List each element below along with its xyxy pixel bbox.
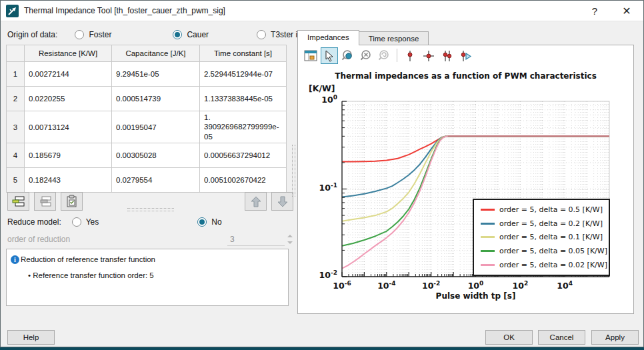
impedance-chart: Thermal impedances as a function of PWM … xyxy=(298,65,633,313)
cell-capacitance[interactable]: 0.00305028 xyxy=(112,143,200,168)
crosshair-cursor-button[interactable] xyxy=(420,47,437,64)
info-icon: i xyxy=(11,255,19,264)
cancel-button[interactable]: Cancel xyxy=(538,330,585,345)
cell-time-constant[interactable]: 2.52944512944e-07 xyxy=(200,62,287,87)
single-cursor-button[interactable] xyxy=(401,47,419,64)
table-row[interactable]: 2 0.0220255 0.000514739 1.13373838445e-0… xyxy=(7,87,287,111)
zoom-region-button[interactable] xyxy=(339,47,357,64)
row-number: 3 xyxy=(7,111,25,143)
chart-title: Thermal impedances as a function of PWM … xyxy=(298,71,633,81)
impedances-panel: Thermal impedances as a function of PWM … xyxy=(297,45,634,314)
move-row-down-button[interactable] xyxy=(271,192,293,211)
reduce-model-label: Reduce model: xyxy=(7,217,61,227)
add-row-icon xyxy=(12,195,25,207)
chart-x-axis-label: Pulse width tp [s] xyxy=(342,291,609,301)
col-header-resistance[interactable]: Resistance [K/W] xyxy=(25,45,112,62)
radio-yes-circle[interactable] xyxy=(72,217,81,227)
zoom-out-button[interactable] xyxy=(357,47,375,64)
horizontal-splitter[interactable] xyxy=(127,208,174,211)
help-button[interactable]: Help xyxy=(7,330,55,345)
plot-settings-icon xyxy=(304,50,317,62)
zoom-out-icon xyxy=(359,49,373,63)
tab-time-response[interactable]: Time response xyxy=(359,31,429,45)
paste-clipboard-icon xyxy=(66,195,78,208)
move-row-up-button[interactable] xyxy=(245,192,267,211)
row-number: 2 xyxy=(7,87,25,111)
radio-reduce-no[interactable]: No xyxy=(197,217,221,227)
zoom-region-icon xyxy=(341,49,355,63)
cell-capacitance[interactable]: 0.0279554 xyxy=(112,168,200,193)
y-tick-label: 10-2 xyxy=(319,269,337,280)
col-header-time-constant[interactable]: Time constant [s] xyxy=(200,45,287,62)
radio-cauer[interactable]: Cauer xyxy=(173,30,209,39)
vertical-splitter[interactable] xyxy=(292,145,295,197)
row-number: 5 xyxy=(7,168,25,193)
cell-resistance[interactable]: 0.00272144 xyxy=(25,62,112,87)
x-tick-label: 104 xyxy=(557,280,573,291)
radio-reduce-yes[interactable]: Yes xyxy=(72,217,99,227)
arrow-up-icon xyxy=(251,196,261,207)
cell-resistance[interactable]: 0.0220255 xyxy=(25,87,112,111)
legend-swatch xyxy=(481,264,495,266)
radio-foster-circle[interactable] xyxy=(75,30,84,39)
zoom-previous-button[interactable] xyxy=(375,47,393,64)
ok-button[interactable]: OK xyxy=(485,330,533,345)
legend-entry: order = 5, delta = 0.5 [K/W] xyxy=(481,205,609,214)
table-row[interactable]: 3 0.00713124 0.00195047 1. 3909269682799… xyxy=(7,111,287,143)
cell-capacitance[interactable]: 0.00195047 xyxy=(112,111,200,143)
plot-settings-button[interactable] xyxy=(302,47,319,64)
double-cursor-icon xyxy=(441,49,454,63)
tab-impedances[interactable]: Impedances xyxy=(297,30,359,45)
table-row[interactable]: 5 0.182443 0.0279554 0.0051002670422 xyxy=(7,168,287,193)
cell-time-constant[interactable]: 0.00056637294012 xyxy=(200,143,287,168)
legend-swatch xyxy=(481,223,495,225)
select-cursor-button[interactable] xyxy=(321,47,338,64)
cell-resistance[interactable]: 0.00713124 xyxy=(25,111,112,143)
chart-plot-area[interactable] xyxy=(298,65,633,313)
toolbar-separator xyxy=(397,49,397,62)
legend-entry: order = 5, delta = 0.1 [K/W] xyxy=(481,233,609,241)
order-spinner[interactable] xyxy=(286,233,295,246)
table-header-row: Resistance [K/W] Capacitance [J/K] Time … xyxy=(7,45,287,62)
cell-resistance[interactable]: 0.185679 xyxy=(25,143,112,168)
radio-foster[interactable]: Foster xyxy=(75,30,111,39)
radio-no-circle[interactable] xyxy=(197,217,207,227)
cursor-animate-button[interactable] xyxy=(457,47,475,64)
table-row[interactable]: 1 0.00272144 9.29451e-05 2.52944512944e-… xyxy=(7,62,287,87)
radio-t3ster-circle[interactable] xyxy=(257,30,266,39)
radio-cauer-circle[interactable] xyxy=(173,30,182,39)
cell-resistance[interactable]: 0.182443 xyxy=(25,168,112,193)
legend-label: order = 5, delta = 0.5 [K/W] xyxy=(499,205,603,214)
spinner-up-icon[interactable] xyxy=(287,235,293,237)
help-titlebar-button[interactable]: ? xyxy=(581,1,609,21)
paste-button[interactable] xyxy=(61,192,83,211)
info-title: Reduction of reference transfer function xyxy=(21,255,155,263)
y-tick-label: 100 xyxy=(321,94,337,105)
chart-toolbar xyxy=(298,45,633,65)
title-bar[interactable]: Thermal Impedance Tool [th_foster_cauer_… xyxy=(1,1,643,21)
cell-capacitance[interactable]: 0.000514739 xyxy=(112,87,200,111)
row-number: 1 xyxy=(7,62,25,87)
legend-entry: order = 5, delta = 0.2 [K/W] xyxy=(481,219,609,228)
legend-label: order = 5, delta = 0.2 [K/W] xyxy=(499,219,603,228)
crosshair-cursor-icon xyxy=(422,49,435,63)
spinner-down-icon[interactable] xyxy=(287,241,293,244)
cell-time-constant[interactable]: 1. 3909269682799999e-05 xyxy=(200,111,287,143)
chart-legend: order = 5, delta = 0.5 [K/W]order = 5, d… xyxy=(473,199,610,276)
radio-yes-label: Yes xyxy=(86,217,99,227)
zoom-previous-icon xyxy=(377,49,391,63)
chart-y-axis-label: [K/W] xyxy=(309,83,335,93)
cell-capacitance[interactable]: 9.29451e-05 xyxy=(112,62,200,87)
parameter-table[interactable]: Resistance [K/W] Capacitance [J/K] Time … xyxy=(6,45,287,193)
select-cursor-icon xyxy=(323,50,335,62)
cell-time-constant[interactable]: 0.0051002670422 xyxy=(200,168,287,193)
add-row-button[interactable] xyxy=(7,192,29,211)
remove-row-button[interactable] xyxy=(34,192,56,211)
cell-time-constant[interactable]: 1.13373838445e-05 xyxy=(200,87,287,111)
table-row[interactable]: 4 0.185679 0.00305028 0.00056637294012 xyxy=(7,143,287,168)
order-of-reduction-input[interactable]: 3 xyxy=(227,233,285,246)
col-header-capacitance[interactable]: Capacitance [J/K] xyxy=(112,45,200,62)
double-cursor-button[interactable] xyxy=(439,47,456,64)
close-button[interactable]: ✕ xyxy=(613,1,641,21)
apply-button[interactable]: Apply xyxy=(591,330,639,345)
